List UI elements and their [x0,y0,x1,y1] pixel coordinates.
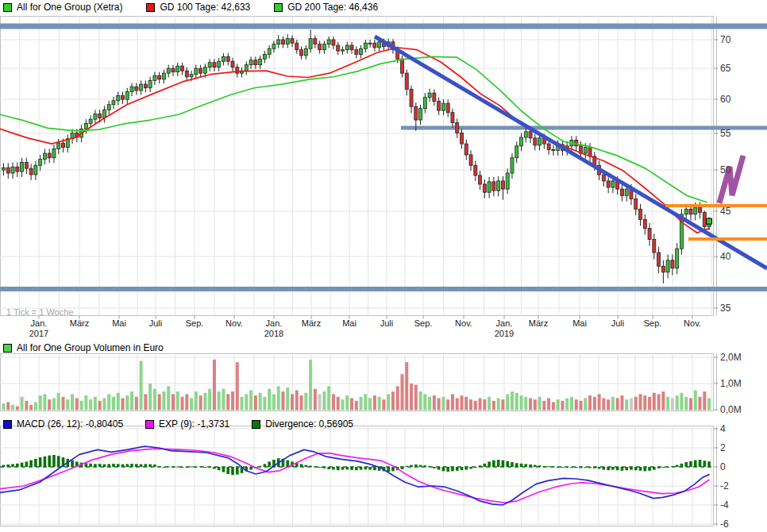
svg-text:März: März [70,318,89,328]
svg-text:1,0M: 1,0M [720,378,742,389]
series-swatch-icon [3,3,12,12]
chart-canvas: 70656055504540352,0M1,0M0,0M420-2-4-6Jan… [0,0,767,532]
svg-text:2,0M: 2,0M [720,352,742,363]
svg-text:-4: -4 [720,499,729,511]
legend-label: GD 100 Tage: 42,633 [160,2,250,13]
legend-item-macd: MACD (26, 12): -0,80405 [3,418,123,430]
series-swatch-icon [3,344,12,353]
svg-text:4: 4 [720,423,726,434]
svg-text:Sep.: Sep. [644,318,662,328]
svg-text:65: 65 [720,63,731,74]
legend-label: EXP (9): -1,3731 [159,418,229,430]
svg-text:0,0M: 0,0M [720,404,742,415]
legend-label: All for One Group Volumen in Euro [17,342,164,353]
svg-text:Mai: Mai [342,318,357,328]
svg-text:Jan.: Jan. [496,318,513,328]
svg-text:Jan.: Jan. [266,318,283,328]
legend-label: All for One Group (Xetra) [17,2,122,13]
svg-text:2018: 2018 [264,329,283,338]
svg-text:Sep.: Sep. [186,318,204,328]
svg-text:40: 40 [720,251,731,262]
legend-item-volume: All for One Group Volumen in Euro [3,342,164,353]
legend-item-gd200: GD 200 Tage: 46,436 [274,2,378,13]
legend-label: Divergence: 0,56905 [265,418,353,430]
svg-text:35: 35 [720,303,731,314]
svg-text:2: 2 [720,442,726,453]
svg-text:Mai: Mai [112,318,126,328]
legend-item-price-series: All for One Group (Xetra) [3,2,122,13]
stock-chart-window: 70656055504540352,0M1,0M0,0M420-2-4-6Jan… [0,0,767,532]
legend-label: GD 200 Tage: 46,436 [287,2,378,13]
series-swatch-icon [146,3,155,12]
legend-item-exp: EXP (9): -1,3731 [145,418,229,430]
svg-text:60: 60 [720,94,731,105]
macd-legend: MACD (26, 12): -0,80405 EXP (9): -1,3731… [3,418,376,430]
series-swatch-icon [274,3,283,12]
svg-text:Juli: Juli [149,318,163,328]
legend-item-gd100: GD 100 Tage: 42,633 [146,2,250,13]
svg-text:2017: 2017 [29,329,48,338]
volume-legend: All for One Group Volumen in Euro [3,342,164,353]
svg-text:0: 0 [720,461,726,472]
svg-text:Nov.: Nov. [684,318,701,328]
svg-text:-2: -2 [720,480,729,492]
svg-text:März: März [529,318,548,328]
tick-interval-note: 1 Tick = 1 Woche [6,307,73,317]
svg-text:Juli: Juli [611,318,625,328]
svg-text:55: 55 [720,128,731,139]
legend-item-divergence: Divergence: 0,56905 [252,418,353,430]
svg-text:70: 70 [720,34,731,45]
svg-text:März: März [302,318,321,328]
svg-text:2019: 2019 [495,329,514,338]
svg-text:Mai: Mai [572,318,587,328]
svg-text:Jan.: Jan. [31,318,48,328]
series-swatch-icon [252,420,260,429]
svg-text:Nov.: Nov. [455,318,472,328]
svg-text:45: 45 [720,206,731,217]
series-swatch-icon [145,420,154,429]
main-chart-legend: All for One Group (Xetra) GD 100 Tage: 4… [3,2,389,13]
svg-text:50: 50 [720,164,731,175]
svg-text:Nov.: Nov. [225,318,243,328]
svg-text:-6: -6 [720,519,729,530]
legend-label: MACD (26, 12): -0,80405 [17,418,123,430]
series-swatch-icon [3,420,12,429]
svg-text:Sep.: Sep. [414,318,433,328]
svg-text:Juli: Juli [380,318,394,328]
